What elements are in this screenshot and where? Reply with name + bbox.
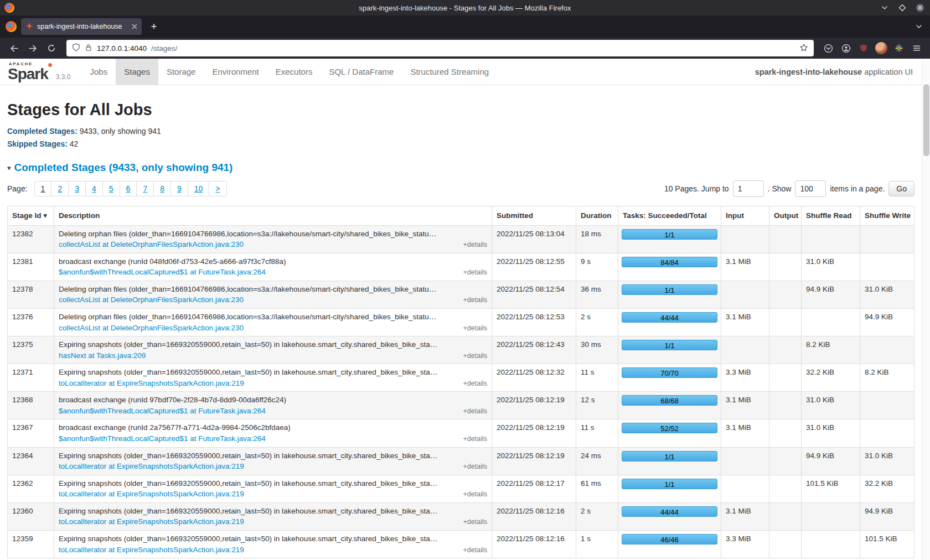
output-cell xyxy=(769,308,802,336)
column-header[interactable]: Shuffle Write xyxy=(860,206,914,226)
spark-wordmark: Spark xyxy=(8,65,48,82)
details-toggle[interactable]: +details xyxy=(463,462,487,471)
spark-nav-link-environment[interactable]: Environment xyxy=(204,59,267,85)
application-ui-label: spark-ingest-into-lakehouse application … xyxy=(755,68,913,76)
profile-avatar[interactable] xyxy=(875,42,887,54)
forward-button[interactable] xyxy=(24,40,41,56)
table-row: 12375 Expiring snapshots (older_than=166… xyxy=(8,336,914,364)
spark-nav-link-stages[interactable]: Stages xyxy=(116,59,158,85)
skipped-stages-link[interactable]: Skipped Stages: xyxy=(7,139,68,148)
page-number-current[interactable]: 1 xyxy=(34,181,52,196)
page-number-link[interactable]: 3 xyxy=(68,181,86,196)
spark-nav-link-sql-dataframe[interactable]: SQL / DataFrame xyxy=(321,59,402,85)
stage-callsite-link[interactable]: collectAsList at DeleteOrphanFilesSparkA… xyxy=(59,294,244,305)
column-header[interactable]: Input xyxy=(721,206,769,226)
navigation-toolbar: 127.0.0.1:4040/stages/ xyxy=(0,38,930,59)
page-number-link[interactable]: 4 xyxy=(85,181,103,196)
column-header[interactable]: Duration xyxy=(576,206,618,226)
duration-cell: 24 ms xyxy=(576,447,618,475)
spark-nav-link-storage[interactable]: Storage xyxy=(158,59,204,85)
spark-nav-link-jobs[interactable]: Jobs xyxy=(82,59,116,85)
back-button[interactable] xyxy=(6,40,22,56)
input-cell: 3.1 MiB xyxy=(721,392,769,419)
tasks-progress-bar: 1/1 xyxy=(622,229,717,240)
page-number-link[interactable]: 9 xyxy=(170,181,188,196)
page-number-link[interactable]: 6 xyxy=(120,181,137,196)
reload-button[interactable] xyxy=(43,40,60,56)
stage-callsite-link[interactable]: $anonfun$withThreadLocalCaptured$1 at Fu… xyxy=(59,406,266,417)
stage-callsite-link[interactable]: toLocalIterator at ExpireSnapshotsSparkA… xyxy=(59,516,244,527)
browser-tab[interactable]: spark-ingest-into-lakehouse xyxy=(21,18,142,35)
stage-callsite-link[interactable]: $anonfun$withThreadLocalCaptured$1 at Fu… xyxy=(59,433,266,444)
account-icon[interactable] xyxy=(838,40,854,56)
jump-to-input[interactable] xyxy=(733,180,764,197)
column-header[interactable]: Description xyxy=(54,206,492,226)
skipped-stages-value: 42 xyxy=(68,139,78,148)
page-number-link[interactable]: 8 xyxy=(153,181,171,196)
pocket-icon[interactable] xyxy=(820,40,836,56)
spark-nav-link-structured-streaming[interactable]: Structured Streaming xyxy=(402,59,497,85)
bookmark-star-icon[interactable] xyxy=(799,43,808,54)
scrollbar-thumb[interactable] xyxy=(923,84,929,156)
stage-callsite-link[interactable]: toLocalIterator at ExpireSnapshotsSparkA… xyxy=(59,378,244,389)
page-number-link[interactable]: 7 xyxy=(136,181,154,196)
page-scrollbar[interactable] xyxy=(922,59,930,560)
firefox-window: spark-ingest-into-lakehouse - Stages for… xyxy=(0,0,930,560)
details-toggle[interactable]: +details xyxy=(463,267,487,277)
details-toggle[interactable]: +details xyxy=(463,517,487,527)
stage-callsite-link[interactable]: toLocalIterator at ExpireSnapshotsSparkA… xyxy=(59,545,244,556)
list-all-tabs-button[interactable] xyxy=(913,21,924,32)
details-toggle[interactable]: +details xyxy=(463,378,487,388)
next-page-link[interactable]: > xyxy=(209,181,226,196)
details-toggle[interactable]: +details xyxy=(463,295,487,305)
column-header[interactable]: Submitted xyxy=(492,206,576,226)
input-cell: 3.3 MiB xyxy=(721,364,769,392)
stage-callsite-link[interactable]: toLocalIterator at ExpireSnapshotsSparkA… xyxy=(59,489,244,500)
spark-nav-link-executors[interactable]: Executors xyxy=(267,59,321,85)
tasks-progress-bar: 44/44 xyxy=(622,312,717,323)
firefox-app-icon[interactable] xyxy=(6,21,17,32)
column-header[interactable]: Output xyxy=(769,206,802,226)
stage-id-cell: 12362 xyxy=(8,475,54,502)
details-toggle[interactable]: +details xyxy=(463,489,487,499)
column-header[interactable]: Shuffle Read xyxy=(802,206,860,226)
stage-callsite-link[interactable]: hasNext at Tasks.java:209 xyxy=(59,350,146,361)
extension-pinwheel-icon[interactable] xyxy=(891,40,907,56)
details-toggle[interactable]: +details xyxy=(463,434,487,444)
stage-callsite-link[interactable]: toLocalIterator at ExpireSnapshotsSparkA… xyxy=(59,461,244,472)
page-number-link[interactable]: 2 xyxy=(51,181,69,196)
details-toggle[interactable]: +details xyxy=(463,240,487,250)
lock-icon[interactable] xyxy=(85,44,92,53)
details-toggle[interactable]: +details xyxy=(463,406,487,416)
url-bar[interactable]: 127.0.0.1:4040/stages/ xyxy=(66,40,814,56)
shuffle-read-cell: 31.0 KiB xyxy=(802,392,860,419)
items-per-page-input[interactable] xyxy=(795,180,826,197)
spark-logo[interactable]: APACHE Spark 3.3.0 xyxy=(6,59,76,85)
completed-stages-link[interactable]: Completed Stages: xyxy=(7,127,78,136)
column-header[interactable]: Stage Id ▾ xyxy=(8,206,54,226)
go-button[interactable]: Go xyxy=(888,181,914,196)
tab-close-icon[interactable] xyxy=(132,24,137,29)
window-titlebar: spark-ingest-into-lakehouse - Stages for… xyxy=(0,0,930,15)
menu-hamburger-icon[interactable] xyxy=(909,40,924,56)
adblock-shield-icon[interactable] xyxy=(856,40,871,56)
tasks-progress-text: 44/44 xyxy=(660,508,679,516)
page-number-link[interactable]: 10 xyxy=(188,181,210,196)
stage-callsite-link[interactable]: collectAsList at DeleteOrphanFilesSparkA… xyxy=(59,323,244,334)
duration-cell: 18 ms xyxy=(576,225,618,253)
window-minimize-button[interactable] xyxy=(879,2,890,13)
stage-callsite-link[interactable]: collectAsList at DeleteOrphanFilesSparkA… xyxy=(59,239,244,250)
details-toggle[interactable]: +details xyxy=(463,323,487,333)
page-number-link[interactable]: 5 xyxy=(102,181,120,196)
stage-description: broadcast exchange (runId 2a75677f-a771-… xyxy=(59,422,487,433)
stage-callsite-link[interactable]: $anonfun$withThreadLocalCaptured$1 at Fu… xyxy=(59,267,266,278)
tracking-protection-shield-icon[interactable] xyxy=(72,43,80,53)
window-close-button[interactable] xyxy=(914,2,926,13)
new-tab-button[interactable]: + xyxy=(146,19,162,34)
details-toggle[interactable]: +details xyxy=(463,545,487,555)
column-header[interactable]: Tasks: Succeeded/Total xyxy=(618,206,721,226)
tasks-progress-text: 1/1 xyxy=(664,341,674,350)
details-toggle[interactable]: +details xyxy=(463,351,487,361)
completed-stages-section-header[interactable]: ▾ Completed Stages (9433, only showing 9… xyxy=(7,162,914,174)
window-maximize-button[interactable] xyxy=(897,2,908,13)
